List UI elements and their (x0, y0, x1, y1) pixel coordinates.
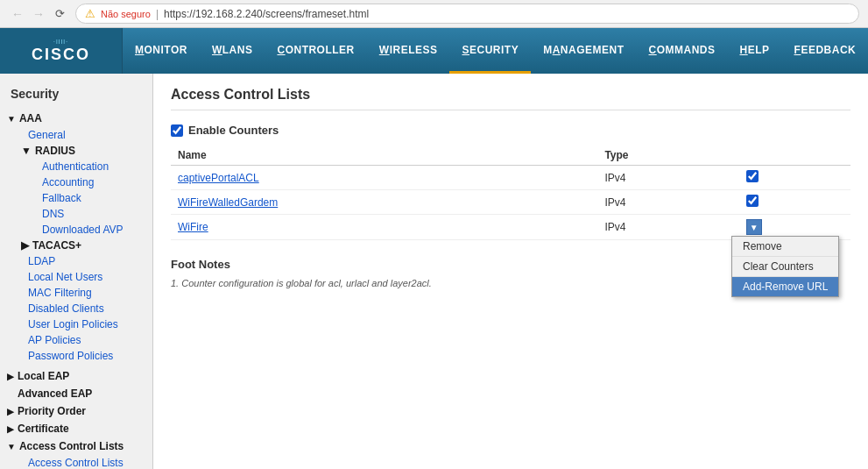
sidebar-item-dns[interactable]: DNS (28, 206, 152, 222)
sidebar-radius-label: RADIUS (35, 145, 75, 157)
sidebar-item-ap-policies[interactable]: AP Policies (14, 332, 152, 348)
not-secure-label: Não seguro (101, 9, 151, 19)
reload-button[interactable]: ⟳ (51, 5, 68, 23)
acl-type-wifiwalledgardem: IPv4 (597, 190, 738, 215)
col-actions-header (739, 146, 850, 166)
sidebar-subgroup-radius[interactable]: ▼ RADIUS (14, 143, 152, 159)
nav-item-controller[interactable]: CONTROLLER (265, 28, 366, 74)
nav-item-help[interactable]: HELP (728, 28, 782, 74)
sidebar-group-advanced-eap[interactable]: ▶ Advanced EAP (0, 385, 152, 402)
sidebar-acl-label: Access Control Lists (19, 440, 123, 452)
sidebar-group-priority-order[interactable]: ▶ Priority Order (0, 402, 152, 420)
sidebar-item-ldap[interactable]: LDAP (14, 253, 152, 269)
content-area: Access Control Lists Enable Counters Nam… (153, 74, 868, 469)
enable-counters-checkbox[interactable] (171, 124, 183, 137)
nav-item-security[interactable]: SECURITY (449, 28, 531, 74)
sidebar: Security ▼ AAA General ▼ RADIUS Authenti… (0, 74, 153, 469)
sidebar-item-acl-main[interactable]: Access Control Lists (14, 455, 152, 469)
sidebar-tacacs-label: TACACS+ (32, 239, 81, 252)
acl-type-captiveportal: IPv4 (597, 166, 738, 190)
enable-counters-label: Enable Counters (188, 124, 279, 137)
browser-bar: ← → ⟳ ⚠ Não seguro | https://192.168.2.2… (0, 0, 868, 28)
browser-nav-buttons: ← → ⟳ (9, 5, 68, 23)
sidebar-group-aaa[interactable]: ▼ AAA (0, 110, 152, 127)
col-type-header: Type (597, 146, 738, 166)
col-name-header: Name (171, 146, 597, 166)
sidebar-group-certificate[interactable]: ▶ Certificate (0, 420, 152, 437)
sidebar-item-mac-filtering[interactable]: MAC Filtering (14, 285, 152, 301)
sidebar-subgroup-tacacs[interactable]: ▶ TACACS+ (14, 238, 152, 253)
acl-dropdown-wifire[interactable]: ▼ (746, 219, 762, 235)
acl-link-wifiwalledgardem[interactable]: WiFireWalledGardem (178, 196, 278, 209)
table-row: WiFireWalledGardem IPv4 (171, 190, 850, 215)
acl-checkbox-captiveportal[interactable] (746, 170, 759, 182)
local-eap-arrow-icon: ▶ (7, 372, 14, 381)
nav-item-monitor[interactable]: MONITOR (123, 28, 200, 74)
sidebar-item-fallback[interactable]: Fallback (28, 190, 152, 206)
forward-button[interactable]: → (30, 5, 47, 23)
radius-arrow-icon: ▼ (21, 145, 32, 157)
acl-link-captiveportal[interactable]: captivePortalACL (178, 172, 259, 184)
nav-item-wlans[interactable]: WLANs (200, 28, 265, 74)
nav-item-wireless[interactable]: WIRELESS (367, 28, 450, 74)
sidebar-acl-items: Access Control Lists CPU Access Control … (0, 455, 152, 469)
sidebar-item-user-login-policies[interactable]: User Login Policies (14, 316, 152, 332)
sidebar-radius-items: Authentication Accounting Fallback DNS D… (14, 159, 152, 238)
certificate-arrow-icon: ▶ (7, 424, 14, 434)
cisco-navbar: ·llll· CISCO MONITOR WLANs CONTROLLER WI… (0, 28, 868, 74)
sidebar-certificate-label: Certificate (18, 423, 69, 435)
cisco-logo-text: ·llll· CISCO (32, 38, 90, 64)
acl-link-wifire[interactable]: WiFire (178, 221, 208, 233)
sidebar-aaa-label: AAA (19, 112, 42, 124)
sidebar-advanced-eap-label: Advanced EAP (18, 387, 92, 400)
url-text: https://192.168.2.240/screens/frameset.h… (164, 8, 369, 20)
aaa-arrow-icon: ▼ (7, 114, 16, 124)
sidebar-item-authentication[interactable]: Authentication (28, 159, 152, 174)
acl-checkbox-wifiwalledgardem[interactable] (746, 195, 759, 207)
nav-item-feedback[interactable]: FEEDBACK (782, 28, 868, 74)
cisco-logo-lines: ·llll· (32, 38, 90, 46)
sidebar-priority-order-label: Priority Order (18, 405, 86, 417)
sidebar-item-disabled-clients[interactable]: Disabled Clients (14, 301, 152, 316)
back-button[interactable]: ← (9, 5, 26, 23)
table-row: captivePortalACL IPv4 (171, 166, 850, 190)
acl-table: Name Type captivePortalACL IPv4 WiFireWa… (171, 146, 850, 240)
separator: | (156, 8, 159, 20)
enable-counters-section: Enable Counters (171, 124, 850, 137)
acl-arrow-icon: ▼ (7, 442, 16, 451)
sidebar-item-accounting[interactable]: Accounting (28, 174, 152, 190)
sidebar-item-password-policies[interactable]: Password Policies (14, 348, 152, 364)
context-menu-clear-counters[interactable]: Clear Counters (732, 257, 838, 277)
address-bar[interactable]: ⚠ Não seguro | https://192.168.2.240/scr… (75, 4, 859, 24)
nav-menu: MONITOR WLANs CONTROLLER WIRELESS SECURI… (123, 28, 868, 74)
context-menu-remove[interactable]: Remove (732, 237, 838, 257)
tacacs-arrow-icon: ▶ (21, 239, 29, 252)
sidebar-aaa-items: General ▼ RADIUS Authentication Accounti… (0, 127, 152, 364)
context-menu-add-remove-url[interactable]: Add-Remove URL (732, 277, 838, 296)
main-container: Security ▼ AAA General ▼ RADIUS Authenti… (0, 74, 868, 469)
acl-type-wifire: IPv4 (597, 215, 738, 240)
sidebar-item-general[interactable]: General (14, 127, 152, 143)
priority-order-arrow-icon: ▶ (7, 407, 14, 416)
sidebar-item-local-net-users[interactable]: Local Net Users (14, 269, 152, 285)
sidebar-group-acl[interactable]: ▼ Access Control Lists (0, 437, 152, 455)
nav-item-commands[interactable]: COMMANDS (637, 28, 728, 74)
sidebar-group-local-eap[interactable]: ▶ Local EAP (0, 367, 152, 385)
page-title: Access Control Lists (171, 87, 850, 110)
nav-item-management[interactable]: MANAGEMENT (531, 28, 636, 74)
security-warning-icon: ⚠ (85, 7, 95, 20)
cisco-logo: ·llll· CISCO (0, 28, 123, 74)
cisco-brand-name: CISCO (32, 46, 90, 64)
sidebar-item-downloaded-avp[interactable]: Downloaded AVP (28, 222, 152, 238)
sidebar-local-eap-label: Local EAP (18, 370, 69, 382)
sidebar-title: Security (0, 82, 152, 110)
context-menu: Remove Clear Counters Add-Remove URL (731, 236, 839, 297)
